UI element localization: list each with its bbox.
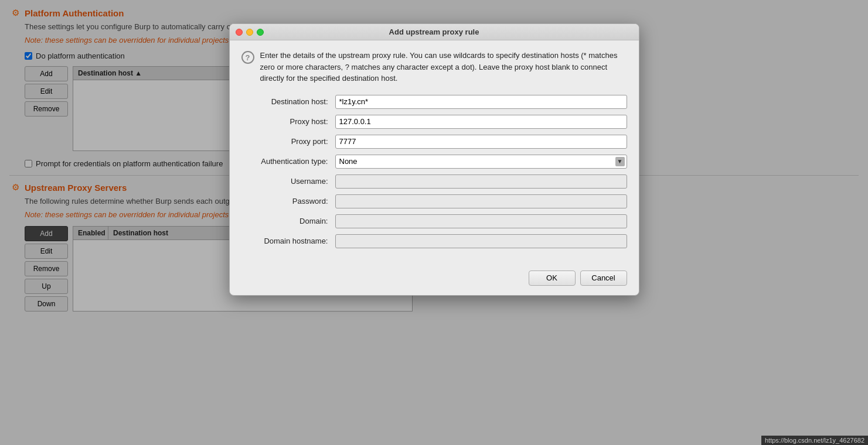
destination-host-input[interactable] [335, 95, 627, 109]
proxy-port-row: Proxy port: [241, 135, 627, 149]
modal-titlebar: Add upstream proxy rule [230, 24, 639, 40]
traffic-light-green[interactable] [257, 29, 264, 36]
domain-hostname-input[interactable] [335, 234, 627, 248]
proxy-host-input[interactable] [335, 115, 627, 129]
domain-label: Domain: [241, 217, 335, 225]
ok-button[interactable]: OK [529, 271, 576, 286]
url-bar: https://blog.csdn.net/lz1y_4627682 [761, 436, 868, 445]
help-icon: ? [241, 51, 254, 64]
cancel-button[interactable]: Cancel [580, 271, 627, 286]
traffic-light-red[interactable] [236, 29, 243, 36]
modal-title: Add upstream proxy rule [389, 28, 479, 36]
domain-row: Domain: [241, 214, 627, 228]
password-input[interactable] [335, 194, 627, 208]
destination-host-label: Destination host: [241, 97, 335, 106]
modal-add-upstream-proxy: Add upstream proxy rule ? Enter the deta… [229, 23, 639, 296]
modal-body: ? Enter the details of the upstream prox… [230, 40, 639, 263]
domain-hostname-label: Domain hostname: [241, 237, 335, 245]
auth-type-select-wrapper: None Basic Digest NTLM Platform ▼ [335, 155, 627, 169]
auth-type-label: Authentication type: [241, 157, 335, 166]
proxy-port-input[interactable] [335, 135, 627, 149]
modal-description-row: ? Enter the details of the upstream prox… [241, 50, 627, 84]
password-row: Password: [241, 194, 627, 208]
proxy-port-label: Proxy port: [241, 137, 335, 146]
auth-type-select[interactable]: None Basic Digest NTLM Platform [335, 155, 627, 169]
proxy-host-row: Proxy host: [241, 115, 627, 129]
auth-type-row: Authentication type: None Basic Digest N… [241, 155, 627, 169]
password-label: Password: [241, 197, 335, 206]
modal-footer: OK Cancel [230, 263, 639, 295]
username-label: Username: [241, 177, 335, 186]
username-row: Username: [241, 174, 627, 189]
modal-description: Enter the details of the upstream proxy … [260, 50, 627, 84]
username-input[interactable] [335, 174, 627, 189]
destination-host-row: Destination host: [241, 95, 627, 109]
proxy-host-label: Proxy host: [241, 117, 335, 126]
modal-overlay: Add upstream proxy rule ? Enter the deta… [0, 0, 868, 445]
traffic-light-yellow[interactable] [246, 29, 253, 36]
domain-input[interactable] [335, 214, 627, 228]
domain-hostname-row: Domain hostname: [241, 234, 627, 248]
